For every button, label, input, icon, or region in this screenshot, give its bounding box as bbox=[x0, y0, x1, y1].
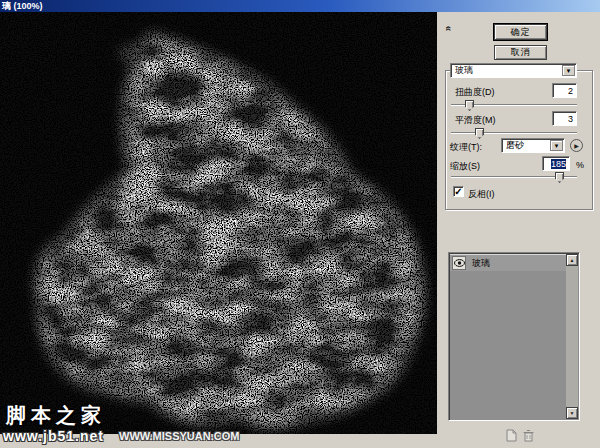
scroll-up-button[interactable]: ▲ bbox=[566, 254, 578, 266]
filter-type-value: 玻璃 bbox=[455, 64, 473, 77]
watermark-site2: WWW.MISSYUAN.COM bbox=[119, 430, 239, 442]
texture-flyout-button[interactable]: ▶ bbox=[570, 139, 583, 152]
smoothness-input[interactable]: 3 bbox=[552, 111, 577, 126]
effect-list-scrollbar[interactable]: ▲ ▼ bbox=[566, 254, 578, 419]
scaling-input[interactable]: 185 bbox=[542, 156, 570, 171]
smoothness-label: 平滑度(M) bbox=[455, 114, 496, 127]
window-titlebar[interactable]: 璃 (100%) bbox=[0, 0, 600, 12]
texture-label: 纹理(T): bbox=[450, 141, 482, 154]
texture-dropdown[interactable]: 磨砂 ▼ bbox=[501, 138, 565, 153]
texture-value: 磨砂 bbox=[506, 139, 524, 152]
scroll-up-icon: ▲ bbox=[570, 257, 575, 263]
distortion-input[interactable]: 2 bbox=[552, 83, 577, 98]
watermark-site1: www.jb51.net bbox=[3, 428, 104, 444]
watermark-brand: 脚本之家 bbox=[6, 402, 106, 429]
check-icon: ✓ bbox=[454, 186, 462, 197]
invert-checkbox[interactable]: ✓ bbox=[453, 186, 464, 197]
filter-preview[interactable] bbox=[0, 12, 437, 434]
scaling-unit: % bbox=[576, 160, 584, 170]
scaling-slider[interactable] bbox=[451, 176, 577, 178]
invert-label: 反相(I) bbox=[468, 188, 495, 201]
filter-controls-panel: « 确定 取消 玻璃 ▼ 扭曲度(D) 2 平滑度(M) 3 纹理(T): 磨砂… bbox=[437, 12, 600, 448]
window-title: 璃 (100%) bbox=[2, 1, 43, 11]
filter-type-dropdown[interactable]: 玻璃 ▼ bbox=[450, 63, 577, 78]
scaling-label: 缩放(S) bbox=[450, 160, 480, 173]
preview-texture-image bbox=[0, 12, 437, 434]
new-effect-layer-button[interactable] bbox=[504, 429, 519, 442]
chevron-down-icon[interactable]: ▼ bbox=[550, 140, 563, 151]
visibility-toggle[interactable] bbox=[452, 256, 466, 270]
effect-layer-name: 玻璃 bbox=[472, 257, 490, 270]
distortion-slider[interactable] bbox=[451, 104, 577, 106]
scroll-down-button[interactable]: ▼ bbox=[566, 407, 578, 419]
new-layer-icon bbox=[504, 429, 519, 442]
collapse-panel-icon[interactable]: « bbox=[443, 23, 454, 34]
scroll-down-icon: ▼ bbox=[570, 410, 575, 416]
eye-icon bbox=[454, 259, 465, 267]
effect-layer-row[interactable]: 玻璃 bbox=[450, 254, 566, 271]
trash-icon bbox=[522, 429, 535, 442]
scaling-value-selected: 185 bbox=[551, 159, 566, 169]
effect-layers-panel: 玻璃 ▲ ▼ bbox=[448, 252, 580, 421]
ok-button[interactable]: 确定 bbox=[494, 24, 547, 40]
flyout-arrow-icon: ▶ bbox=[574, 142, 579, 149]
distortion-label: 扭曲度(D) bbox=[455, 86, 495, 99]
delete-effect-layer-button[interactable] bbox=[522, 429, 537, 442]
filter-gallery-dialog: { "window": { "title": "璃 (100%)" }, "di… bbox=[0, 0, 600, 448]
smoothness-slider[interactable] bbox=[451, 132, 577, 134]
cancel-button[interactable]: 取消 bbox=[494, 45, 547, 60]
chevron-down-icon[interactable]: ▼ bbox=[562, 65, 575, 76]
